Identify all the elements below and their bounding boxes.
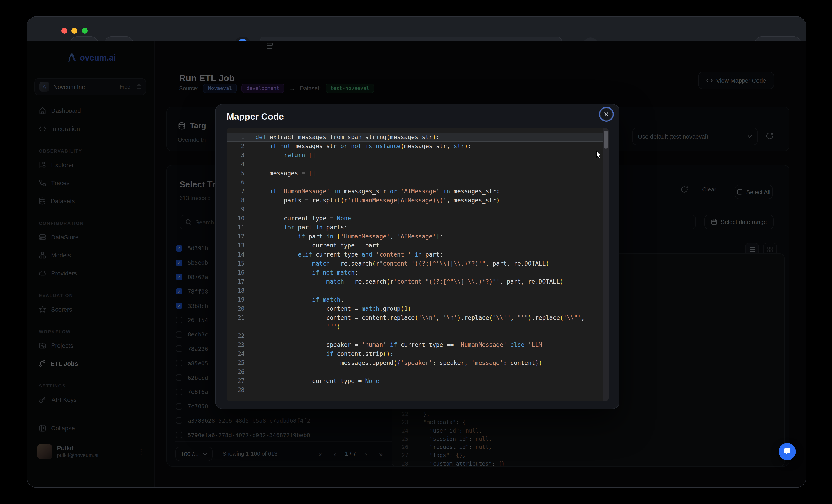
code-line: 9 <box>227 205 603 214</box>
code-text: elif current_type and 'content=' in part… <box>250 250 443 259</box>
code-text: content = content.replace('\\n', '\n').r… <box>250 313 584 323</box>
line-number: 19 <box>227 296 250 304</box>
minimize-window-button[interactable] <box>72 28 77 33</box>
code-text: for part in parts: <box>250 223 347 232</box>
line-number: 24 <box>227 349 250 359</box>
code-lines: 1def extract_messages_from_span_string(m… <box>227 133 603 395</box>
code-text: content = match.group(1) <box>250 304 411 313</box>
line-number: 7 <box>227 187 250 196</box>
line-number: 28 <box>227 386 250 395</box>
zoom-window-button[interactable] <box>82 28 88 33</box>
code-line: '"') <box>227 323 603 332</box>
line-number: 14 <box>227 250 250 259</box>
code-text <box>250 160 256 169</box>
code-text: match = re.search(r"content='((?:[^'\\]|… <box>250 259 549 268</box>
modal-title: Mapper Code <box>227 112 284 122</box>
code-text <box>250 205 256 214</box>
line-number: 18 <box>227 286 250 296</box>
mouse-cursor <box>596 150 602 159</box>
line-number: 12 <box>227 232 250 241</box>
line-number: 2 <box>227 142 250 151</box>
mapper-code-modal: Mapper Code 1def extract_messages_from_s… <box>215 104 620 409</box>
code-line: 23 speaker = 'human' if current_type == … <box>227 340 603 349</box>
code-line: 15 match = re.search(r"content='((?:[^'\… <box>227 259 603 268</box>
code-line: 24 if content.strip(): <box>227 349 603 359</box>
line-number: 15 <box>227 259 250 268</box>
code-text: if match: <box>250 296 344 304</box>
code-line: 3 return [] <box>227 151 603 160</box>
code-text: '"') <box>250 323 340 332</box>
code-text: if part in ['HumanMessage', 'AIMessage']… <box>250 232 443 241</box>
line-number: 9 <box>227 205 250 214</box>
close-icon <box>604 112 608 116</box>
screenshot-stage: beta.noveum.ai <box>0 0 832 504</box>
code-text <box>250 368 256 376</box>
code-text: current_type = None <box>250 214 351 223</box>
code-text: current_type = None <box>250 376 380 386</box>
line-number: 11 <box>227 223 250 232</box>
code-line: 6 <box>227 178 603 187</box>
line-number: 22 <box>227 332 250 340</box>
close-window-button[interactable] <box>61 28 68 33</box>
code-viewer[interactable]: 1def extract_messages_from_span_string(m… <box>227 128 608 401</box>
code-text: speaker = 'human' if current_type == 'Hu… <box>250 340 546 349</box>
code-text: parts = re.split(r'(HumanMessage|AIMessa… <box>250 196 500 205</box>
browser-window: beta.noveum.ai <box>27 16 806 488</box>
scrollbar-track[interactable] <box>603 128 608 401</box>
code-line: 12 if part in ['HumanMessage', 'AIMessag… <box>227 232 603 241</box>
code-text: if not match: <box>250 268 358 277</box>
line-number: 10 <box>227 214 250 223</box>
line-number: 23 <box>227 340 250 349</box>
code-line: 5 messages = [] <box>227 169 603 178</box>
modal-close-button[interactable] <box>600 108 613 120</box>
line-number: 1 <box>227 133 250 142</box>
code-line: 20 content = match.group(1) <box>227 304 603 313</box>
code-line: 22 <box>227 332 603 340</box>
line-number: 26 <box>227 368 250 376</box>
code-line: 11 for part in parts: <box>227 223 603 232</box>
line-number: 8 <box>227 196 250 205</box>
code-text <box>250 178 256 187</box>
scrollbar-thumb[interactable] <box>604 131 608 148</box>
code-text: messages.append({'speaker': speaker, 'me… <box>250 359 542 368</box>
line-number: 6 <box>227 178 250 187</box>
web-page: oveum.ai Noveum Inc Free DashboardIntegr… <box>27 41 806 487</box>
code-text: match = re.search(r'content="((?:[^"\\]|… <box>250 277 564 286</box>
chat-bubble-icon <box>783 448 791 455</box>
code-line: 4 <box>227 160 603 169</box>
line-number: 17 <box>227 277 250 286</box>
code-line: 7 if 'HumanMessage' in messages_str or '… <box>227 187 603 196</box>
code-line: 2 if not messages_str or not isinstance(… <box>227 142 603 151</box>
code-text: messages = [] <box>250 169 316 178</box>
code-line: 14 elif current_type and 'content=' in p… <box>227 250 603 259</box>
code-text <box>250 332 256 340</box>
chat-launcher-button[interactable] <box>779 443 796 460</box>
code-text: if content.strip(): <box>250 349 394 359</box>
code-line: 19 if match: <box>227 296 603 304</box>
code-line: 21 content = content.replace('\\n', '\n'… <box>227 313 603 323</box>
code-text: return [] <box>250 151 316 160</box>
code-line: 27 current_type = None <box>227 376 603 386</box>
code-line: 17 match = re.search(r'content="((?:[^"\… <box>227 277 603 286</box>
line-number: 27 <box>227 376 250 386</box>
code-text: current_type = part <box>250 241 380 250</box>
line-number: 5 <box>227 169 250 178</box>
browser-toolbar: beta.noveum.ai <box>27 17 806 41</box>
line-number: 4 <box>227 160 250 169</box>
code-text <box>250 286 256 296</box>
code-text: if not messages_str or not isinstance(me… <box>250 142 471 151</box>
code-text <box>250 386 256 395</box>
line-number <box>227 323 250 332</box>
code-line: 16 if not match: <box>227 268 603 277</box>
code-line: 18 <box>227 286 603 296</box>
line-number: 16 <box>227 268 250 277</box>
code-line: 8 parts = re.split(r'(HumanMessage|AIMes… <box>227 196 603 205</box>
code-line: 10 current_type = None <box>227 214 603 223</box>
code-line: 13 current_type = part <box>227 241 603 250</box>
code-line: 25 messages.append({'speaker': speaker, … <box>227 359 603 368</box>
line-number: 21 <box>227 313 250 323</box>
code-line: 28 <box>227 386 603 395</box>
code-text: def extract_messages_from_span_string(me… <box>250 133 440 142</box>
line-number: 25 <box>227 359 250 368</box>
code-text: if 'HumanMessage' in messages_str or 'AI… <box>250 187 500 196</box>
